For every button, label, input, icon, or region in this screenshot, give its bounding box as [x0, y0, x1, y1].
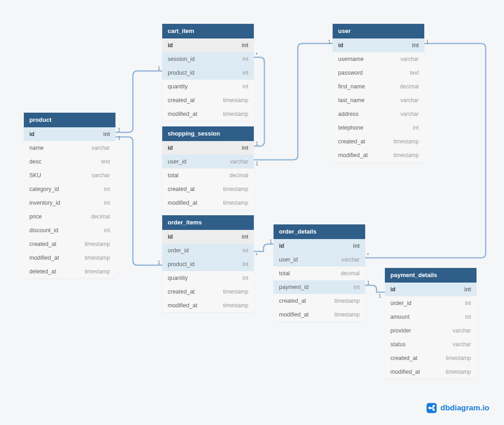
- column-name: created_at: [390, 355, 417, 361]
- column-type: timestamp: [223, 97, 248, 104]
- column-row[interactable]: deleted_attimestamp: [24, 265, 115, 278]
- column-row[interactable]: pricedecimal: [24, 210, 115, 223]
- column-name: modified_at: [168, 200, 197, 206]
- column-row[interactable]: order_idint: [385, 296, 477, 310]
- column-row[interactable]: totaldecimal: [162, 169, 254, 182]
- column-row[interactable]: discount_idint: [24, 223, 115, 237]
- column-row[interactable]: idint: [24, 127, 115, 141]
- column-row[interactable]: created_attimestamp: [162, 93, 254, 107]
- column-name: username: [338, 56, 364, 62]
- column-row[interactable]: totaldecimal: [274, 267, 365, 280]
- column-name: id: [29, 131, 34, 137]
- brand-logo[interactable]: dbdiagram.io: [427, 403, 489, 413]
- column-row[interactable]: order_idint: [162, 244, 254, 257]
- column-type: int: [104, 200, 110, 206]
- column-row[interactable]: modified_attimestamp: [24, 251, 115, 265]
- column-row[interactable]: usernamevarchar: [333, 52, 424, 66]
- table-product[interactable]: productidintnamevarchardesctextSKUvarcha…: [24, 113, 115, 278]
- column-row[interactable]: amountint: [385, 310, 477, 324]
- column-row[interactable]: modified_attimestamp: [274, 308, 365, 321]
- column-row[interactable]: modified_attimestamp: [162, 299, 254, 312]
- column-row[interactable]: first_namedecimal: [333, 80, 424, 93]
- column-row[interactable]: providervarchar: [385, 324, 477, 338]
- column-row[interactable]: desctext: [24, 155, 115, 169]
- column-type: varchar: [453, 327, 471, 334]
- column-row[interactable]: payment_idint: [274, 280, 365, 294]
- cardinality-label: 1: [256, 161, 258, 166]
- column-name: discount_id: [29, 227, 58, 234]
- table-header: product: [24, 113, 115, 127]
- column-name: provider: [390, 327, 411, 334]
- column-type: text: [410, 70, 419, 76]
- column-row[interactable]: idint: [162, 230, 254, 244]
- column-type: int: [241, 145, 248, 151]
- column-type: varchar: [400, 111, 419, 117]
- column-type: int: [241, 42, 248, 49]
- cardinality-label: 1: [158, 260, 160, 265]
- table-user[interactable]: useridintusernamevarcharpasswordtextfirs…: [333, 24, 424, 162]
- column-name: modified_at: [390, 369, 420, 375]
- column-row[interactable]: idint: [162, 38, 254, 52]
- table-header: order_items: [162, 215, 254, 230]
- column-row[interactable]: created_attimestamp: [274, 294, 365, 308]
- column-row[interactable]: namevarchar: [24, 141, 115, 155]
- table-order_items[interactable]: order_itemsidintorder_idintproduct_idint…: [162, 215, 254, 312]
- column-type: int: [242, 83, 248, 90]
- column-name: order_id: [168, 247, 189, 254]
- column-row[interactable]: idint: [162, 141, 254, 155]
- column-row[interactable]: idint: [274, 239, 365, 253]
- column-row[interactable]: created_attimestamp: [24, 237, 115, 251]
- column-row[interactable]: statusvarchar: [385, 338, 477, 351]
- table-header: user: [333, 24, 424, 38]
- column-name: inventory_id: [29, 200, 60, 206]
- column-name: name: [29, 145, 44, 151]
- column-type: timestamp: [334, 311, 360, 318]
- column-row[interactable]: modified_attimestamp: [385, 365, 477, 379]
- column-name: created_at: [29, 241, 56, 247]
- column-type: int: [465, 314, 471, 320]
- column-name: created_at: [168, 97, 195, 104]
- column-name: status: [390, 341, 405, 348]
- column-name: telephone: [338, 125, 363, 131]
- column-row[interactable]: modified_attimestamp: [162, 107, 254, 121]
- column-row[interactable]: passwordtext: [333, 66, 424, 80]
- column-name: user_id: [279, 256, 298, 263]
- column-type: varchar: [341, 256, 360, 263]
- table-order_details[interactable]: order_detailsidintuser_idvarchartotaldec…: [274, 224, 365, 321]
- table-header: shopping_session: [162, 126, 254, 141]
- column-row[interactable]: idint: [333, 38, 424, 52]
- table-cart_item[interactable]: cart_itemidintsession_idintproduct_idint…: [162, 24, 254, 121]
- table-payment_details[interactable]: payment_detailsidintorder_idintamountint…: [385, 268, 477, 379]
- column-row[interactable]: inventory_idint: [24, 196, 115, 210]
- column-row[interactable]: modified_attimestamp: [162, 196, 254, 210]
- column-type: int: [242, 247, 248, 254]
- column-row[interactable]: created_attimestamp: [162, 285, 254, 299]
- column-type: varchar: [230, 158, 248, 165]
- column-row[interactable]: user_idvarchar: [274, 253, 365, 267]
- share-icon: [427, 403, 437, 413]
- column-name: deleted_at: [29, 268, 56, 275]
- column-row[interactable]: category_idint: [24, 182, 115, 196]
- table-shopping_session[interactable]: shopping_sessionidintuser_idvarchartotal…: [162, 126, 254, 210]
- column-row[interactable]: SKUvarchar: [24, 169, 115, 182]
- column-row[interactable]: telephoneint: [333, 121, 424, 135]
- column-row[interactable]: created_attimestamp: [333, 135, 424, 148]
- er-diagram-canvas[interactable]: productidintnamevarchardesctextSKUvarcha…: [0, 0, 504, 425]
- column-type: int: [353, 243, 360, 249]
- column-row[interactable]: quantityint: [162, 271, 254, 285]
- column-row[interactable]: created_attimestamp: [385, 351, 477, 365]
- column-row[interactable]: user_idvarchar: [162, 155, 254, 169]
- column-row[interactable]: modified_attimestamp: [333, 148, 424, 162]
- column-row[interactable]: addressvarchar: [333, 107, 424, 121]
- column-name: modified_at: [168, 302, 197, 309]
- column-row[interactable]: product_idint: [162, 66, 254, 80]
- column-row[interactable]: quantityint: [162, 80, 254, 93]
- column-row[interactable]: session_idint: [162, 52, 254, 66]
- column-row[interactable]: last_namevarchar: [333, 93, 424, 107]
- column-type: int: [354, 284, 360, 290]
- column-name: created_at: [168, 186, 195, 192]
- column-row[interactable]: product_idint: [162, 257, 254, 271]
- column-row[interactable]: created_attimestamp: [162, 182, 254, 196]
- column-row[interactable]: idint: [385, 283, 477, 296]
- column-name: product_id: [168, 70, 194, 76]
